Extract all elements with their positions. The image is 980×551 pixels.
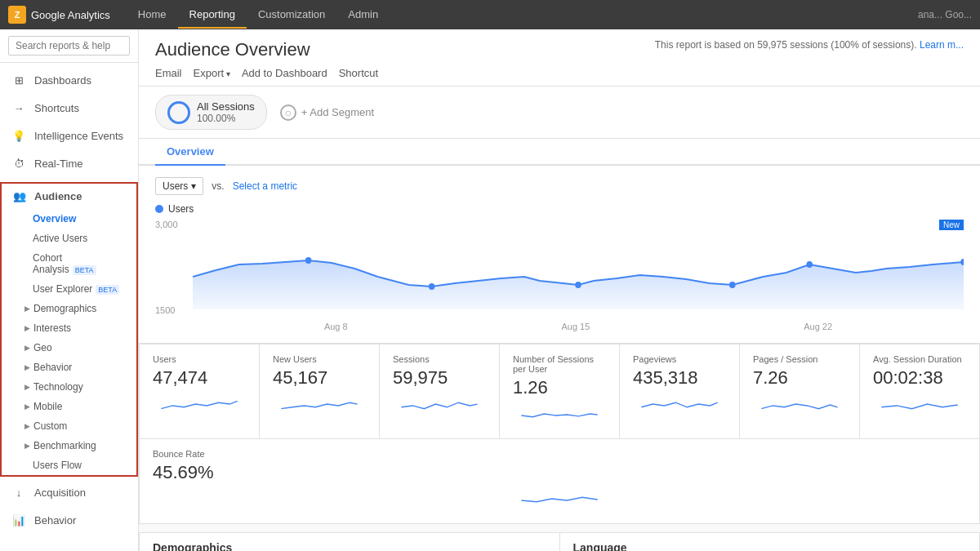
legend-label: Users <box>168 203 194 215</box>
sidebar-item-acquisition[interactable]: ↓ Acquisition <box>0 478 138 506</box>
data-point <box>729 282 736 288</box>
data-point <box>806 261 813 268</box>
sparkline-pageviews <box>633 393 726 416</box>
chevron-icon: ▶ <box>24 363 30 371</box>
chevron-icon: ▶ <box>24 402 30 411</box>
nav-home[interactable]: Home <box>127 2 178 29</box>
sidebar-item-custom[interactable]: ▶ Custom <box>2 416 136 436</box>
sidebar-item-dashboards[interactable]: ⊞ Dashboards <box>0 66 138 94</box>
sidebar-search-container <box>0 29 138 63</box>
main-layout: ⊞ Dashboards → Shortcuts 💡 Intelligence … <box>0 29 980 551</box>
sparkline-sessions-per-user <box>513 403 606 426</box>
page-title: Audience Overview <box>155 39 310 60</box>
sidebar-item-intelligence-events[interactable]: 💡 Intelligence Events <box>0 122 138 149</box>
sidebar-item-real-time[interactable]: ⏱ Real-Time <box>0 149 138 177</box>
line-chart <box>193 220 964 318</box>
data-point <box>305 257 312 264</box>
sidebar-item-behavior-main[interactable]: 📊 Behavior <box>0 506 138 534</box>
sidebar-item-active-users[interactable]: Active Users <box>2 229 136 248</box>
custom-label: Custom <box>33 420 67 432</box>
app-name: Google Analytics <box>31 9 110 21</box>
sparkline-users <box>153 393 246 416</box>
segment-info: All Sessions 100.00% <box>197 100 255 124</box>
segment-row: All Sessions 100.00% ○ + Add Segment <box>139 87 980 139</box>
sidebar-item-label: Real-Time <box>34 158 82 170</box>
content-toolbar: Email Export Add to Dashboard Shortcut <box>155 67 964 86</box>
select-metric-link[interactable]: Select a metric <box>233 180 297 192</box>
metric-dropdown[interactable]: Users ▾ <box>155 177 203 195</box>
account-info: ana... Goo... <box>918 9 972 20</box>
all-sessions-segment[interactable]: All Sessions 100.00% <box>155 95 267 130</box>
segment-percent: 100.00% <box>197 113 255 124</box>
arrow-right-icon: → <box>11 100 26 115</box>
learn-more-link[interactable]: Learn m... <box>920 39 964 51</box>
metric-card-users: Users 47,474 <box>140 344 260 439</box>
selected-metric: Users <box>163 180 188 192</box>
geo-label: Geo <box>33 342 52 353</box>
export-button[interactable]: Export <box>194 67 230 79</box>
chart-legend: Users <box>155 203 964 215</box>
sidebar-item-audience[interactable]: 👥 Audience <box>2 184 136 209</box>
nav-admin[interactable]: Admin <box>336 2 390 29</box>
vs-text: vs. <box>212 180 224 192</box>
sidebar-item-shortcuts[interactable]: → Shortcuts <box>0 94 138 122</box>
overview-tabs: Overview <box>139 139 980 166</box>
sparkline-new-users <box>273 393 366 416</box>
metric-card-avg-session-duration: Avg. Session Duration 00:02:38 <box>860 344 980 439</box>
behavior-label: Behavior <box>33 362 72 373</box>
beta-badge: BETA <box>73 265 96 275</box>
download-icon: ↓ <box>11 485 26 500</box>
nav-customization[interactable]: Customization <box>247 2 336 29</box>
sidebar-item-technology[interactable]: ▶ Technology <box>2 377 136 397</box>
sidebar-audience-section: 👥 Audience Overview Active Users Cohort … <box>0 182 138 477</box>
metric-name: Number of Sessions per User <box>513 354 606 374</box>
metric-name: Avg. Session Duration <box>873 354 966 364</box>
add-to-dashboard-button[interactable]: Add to Dashboard <box>242 67 327 79</box>
benchmarking-label: Benchmarking <box>33 440 96 451</box>
search-input[interactable] <box>8 36 130 56</box>
sidebar-item-label: Acquisition <box>34 487 86 499</box>
sidebar-item-benchmarking[interactable]: ▶ Benchmarking <box>2 436 136 455</box>
metric-name: Pages / Session <box>753 354 846 364</box>
sidebar-item-behavior[interactable]: ▶ Behavior <box>2 358 136 377</box>
sidebar-item-label: Shortcuts <box>34 102 79 114</box>
mobile-label: Mobile <box>33 401 62 412</box>
sidebar-item-interests[interactable]: ▶ Interests <box>2 318 136 338</box>
shortcut-button[interactable]: Shortcut <box>339 67 378 79</box>
email-button[interactable]: Email <box>155 67 182 79</box>
metric-card-bounce-rate: Bounce Rate 45.69% <box>140 439 980 524</box>
clock-icon: ⏱ <box>11 156 26 171</box>
chevron-icon: ▶ <box>24 304 30 313</box>
chart-controls: Users ▾ vs. Select a metric <box>155 177 964 195</box>
sidebar-item-users-flow[interactable]: Users Flow <box>2 455 136 475</box>
metric-value: 7.26 <box>753 367 846 389</box>
report-info: This report is based on 59,975 sessions … <box>655 39 964 57</box>
sparkline-bounce-rate <box>153 488 966 511</box>
nav-reporting[interactable]: Reporting <box>178 2 247 29</box>
grid-icon: ⊞ <box>11 73 26 87</box>
metric-card-sessions-per-user: Number of Sessions per User 1.26 <box>500 344 620 439</box>
logo-icon: Z <box>8 6 26 24</box>
metric-name: Users <box>153 354 246 364</box>
sidebar-item-geo[interactable]: ▶ Geo <box>2 338 136 358</box>
metric-value: 435,318 <box>633 367 726 389</box>
bar-chart-icon: 📊 <box>11 513 26 527</box>
sidebar-main-items: ⊞ Dashboards → Shortcuts 💡 Intelligence … <box>0 63 138 180</box>
add-segment-button[interactable]: ○ + Add Segment <box>280 104 374 121</box>
language-header: Language <box>560 533 980 551</box>
sidebar-item-mobile[interactable]: ▶ Mobile <box>2 397 136 416</box>
sidebar-item-label: Behavior <box>34 514 76 527</box>
sidebar-item-user-explorer[interactable]: User ExplorerBETA <box>2 279 136 299</box>
sidebar-item-demographics[interactable]: ▶ Demographics <box>2 299 136 318</box>
chevron-icon: ▶ <box>24 422 30 430</box>
lightbulb-icon: 💡 <box>11 128 26 143</box>
metric-card-new-users: New Users 45,167 <box>260 344 380 439</box>
tab-overview[interactable]: Overview <box>155 139 225 166</box>
metrics-grid: Users 47,474 New Users 45,167 Sessions 5… <box>139 344 980 524</box>
top-nav: Z Google Analytics Home Reporting Custom… <box>0 0 980 29</box>
metric-card-pageviews: Pageviews 435,318 <box>620 344 740 439</box>
sidebar-item-overview[interactable]: Overview <box>2 209 136 229</box>
content-header: Audience Overview This report is based o… <box>139 29 980 87</box>
chevron-icon: ▶ <box>24 324 30 332</box>
sidebar-item-cohort-analysis[interactable]: Cohort AnalysisBETA <box>2 248 136 279</box>
